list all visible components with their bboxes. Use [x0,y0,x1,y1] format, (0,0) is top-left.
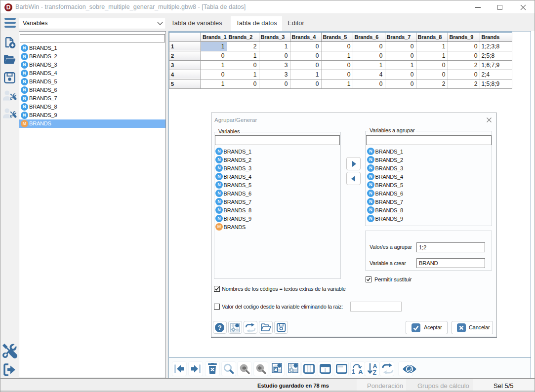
svg-text:A: A [373,363,377,370]
svg-text:Z: Z [373,369,377,375]
svg-text:1: 1 [352,368,355,374]
svg-text:?: ? [218,324,222,331]
svg-text:A: A [358,368,363,374]
